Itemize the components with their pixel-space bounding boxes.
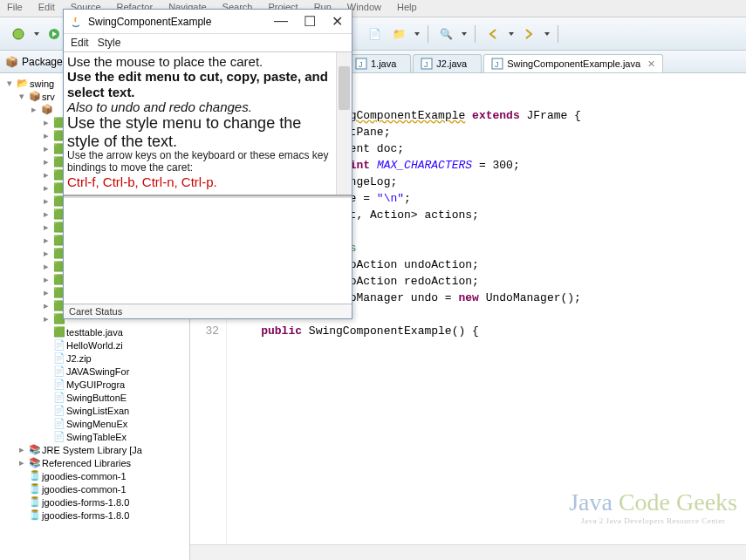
text-pane[interactable]: Use the mouse to place the caret.Use the… <box>64 52 352 196</box>
toolbar-forward-icon[interactable] <box>519 24 538 44</box>
change-log-area[interactable] <box>64 196 352 304</box>
tree-item[interactable]: 📄SwingListExan <box>0 404 189 417</box>
svg-text:J: J <box>424 60 428 69</box>
tree-item[interactable]: 📄JAVASwingFor <box>0 365 189 378</box>
toolbar-back-icon[interactable] <box>483 24 503 44</box>
text-line[interactable]: Use the mouse to place the caret. <box>67 54 332 69</box>
svg-text:J: J <box>495 60 499 69</box>
text-line[interactable]: Use the style menu to change the style o… <box>67 114 332 150</box>
toolbar-new-icon[interactable]: 📄 <box>365 24 384 44</box>
tree-item[interactable]: 📄SwingMenuEx <box>0 417 189 430</box>
swing-app-window: SwingComponentExample — ☐ ✕ EditStyle Us… <box>63 9 352 319</box>
tree-item[interactable]: 📄J2.zip <box>0 352 189 365</box>
editor-tab[interactable]: JJ2.java <box>413 54 482 72</box>
close-button[interactable]: ✕ <box>332 13 343 30</box>
menu-edit[interactable]: Edit <box>35 2 58 15</box>
tree-item[interactable]: 🟩testtable.java <box>0 325 189 338</box>
tree-item[interactable]: ▸📚Referenced Libraries <box>0 456 189 469</box>
swing-menu-edit[interactable]: Edit <box>71 37 89 49</box>
java-file-icon: J <box>491 58 503 70</box>
text-line[interactable]: Use the arrow keys on the keyboard or th… <box>67 150 332 174</box>
status-bar: Caret Status <box>64 304 352 318</box>
swing-menubar: EditStyle <box>64 34 352 52</box>
text-line[interactable]: Ctrl-f, Ctrl-b, Ctrl-n, Ctrl-p. <box>67 174 332 189</box>
text-line[interactable]: Use the edit menu to cut, copy, paste, a… <box>67 69 332 99</box>
tree-item[interactable]: 📄HelloWorld.zi <box>0 338 189 352</box>
editor-tab[interactable]: JSwingComponentExample.java✕ <box>483 54 663 72</box>
tree-item[interactable]: 🫙jgoodies-common-1 <box>0 482 189 495</box>
tree-item[interactable]: 📄SwingTableEx <box>0 430 189 443</box>
toolbar-search-icon[interactable]: 🔍 <box>436 24 455 44</box>
java-icon <box>69 15 83 29</box>
svg-text:J: J <box>359 60 363 69</box>
tree-item[interactable]: ▸📚JRE System Library [Ja <box>0 443 189 456</box>
window-title-text: SwingComponentExample <box>88 16 211 28</box>
close-tab-icon[interactable]: ✕ <box>647 58 655 70</box>
maximize-button[interactable]: ☐ <box>304 13 316 30</box>
minimize-button[interactable]: — <box>274 13 288 30</box>
vertical-scrollbar[interactable] <box>336 52 352 195</box>
tree-item[interactable]: 🫙jgoodies-forms-1.8.0 <box>0 509 189 522</box>
tree-item[interactable]: 🫙jgoodies-forms-1.8.0 <box>0 495 189 509</box>
package-icon: 📦 <box>5 56 18 68</box>
menu-help[interactable]: Help <box>394 2 421 15</box>
toolbar-folder-icon[interactable]: 📁 <box>389 24 408 44</box>
editor-tab[interactable]: J1.java <box>347 54 411 72</box>
window-titlebar[interactable]: SwingComponentExample — ☐ ✕ <box>64 10 352 34</box>
swing-menu-style[interactable]: Style <box>98 37 121 49</box>
menu-file[interactable]: File <box>3 2 26 15</box>
java-file-icon: J <box>421 58 433 70</box>
toolbar-debug-icon[interactable] <box>9 24 28 44</box>
svg-point-0 <box>13 29 24 39</box>
tree-item[interactable]: 🫙jgoodies-common-1 <box>0 469 189 482</box>
toolbar-run-icon[interactable] <box>44 24 64 44</box>
tree-item[interactable]: 📄MyGUIProgra <box>0 378 189 391</box>
java-file-icon: J <box>355 58 367 70</box>
tree-item[interactable]: 📄SwingButtonE <box>0 391 189 404</box>
text-line[interactable]: Also to undo and redo changes. <box>67 99 332 114</box>
horizontal-scrollbar[interactable] <box>190 544 746 560</box>
